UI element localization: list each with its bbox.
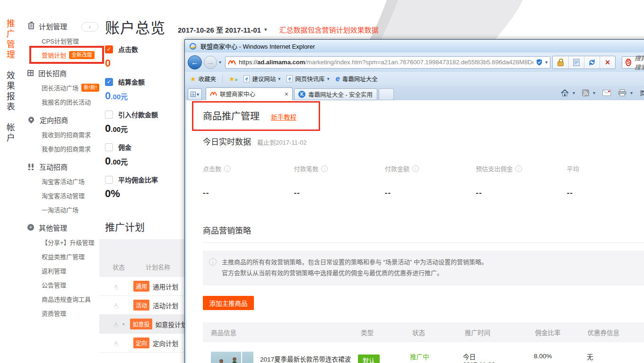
menu-item-received-demands[interactable]: 我收到的招商需求 bbox=[42, 130, 100, 139]
quick-tabs-button[interactable]: ▾ bbox=[188, 88, 202, 100]
checkbox-intro-payment[interactable] bbox=[105, 111, 113, 119]
column-status: 状态 bbox=[412, 328, 465, 337]
read-mail-button[interactable] bbox=[602, 90, 611, 96]
stat-commission: 佣金 0.00元 bbox=[105, 142, 158, 167]
print-button[interactable]: ▾ bbox=[618, 89, 633, 96]
menu-item-rebate-manage[interactable]: 返利管理 bbox=[42, 266, 100, 275]
tab-duba-sites[interactable]: K 毒霸网址大全 - 安全实用... bbox=[294, 88, 377, 100]
page-menu-button[interactable]: 页面 bbox=[640, 88, 644, 97]
table-row[interactable]: ☝ 活动 活动计划 bbox=[99, 296, 187, 315]
menu-item-share-upgrade[interactable]: 【分享+】升级管理 bbox=[42, 238, 100, 247]
product-image[interactable]: -NATURAL- bbox=[211, 352, 253, 363]
stat-orders: 付款笔数i -- bbox=[294, 164, 384, 198]
stat-value: 0% bbox=[105, 188, 158, 200]
today-deadline: 截止到2017-11-02 bbox=[257, 138, 307, 147]
plan-name[interactable]: 如意投计划 bbox=[156, 320, 188, 329]
lock-button[interactable] bbox=[553, 56, 568, 69]
window-titlebar[interactable]: 联盟商家中心 - Windows Internet Explorer bbox=[185, 40, 644, 52]
menu-group-interactive: 互动招商 淘宝客活动广场 淘宝客活动管理 一淘活动广场 bbox=[27, 161, 100, 214]
menu-item-league-joined[interactable]: 我报名的团长活动 bbox=[42, 97, 100, 106]
menu-item-etao-plaza[interactable]: 一淘活动广场 bbox=[42, 205, 100, 214]
menu-collapse-button[interactable]: ‹ bbox=[81, 22, 98, 32]
web-slices-button[interactable]: e 网页快讯库 ▾ bbox=[287, 74, 330, 83]
refresh-button[interactable] bbox=[584, 56, 600, 69]
suggested-sites-button[interactable]: e 建议网站 ▾ bbox=[244, 74, 280, 83]
table-row[interactable]: ☝ 定向 定向计划 bbox=[99, 334, 187, 353]
table-row[interactable]: ☝ 通用 通用计划 bbox=[99, 277, 187, 296]
stat-intro-payment: 引入付款金额 0.00元 bbox=[105, 110, 158, 135]
product-title[interactable]: 2017夏季最新长款吊带连衣裙波 西米亚风格海边度假长裙沙滩裙 bbox=[260, 354, 351, 363]
menu-item-cps[interactable]: CPS计划管理 bbox=[42, 36, 100, 45]
checkbox-settlement[interactable]: ✓ bbox=[105, 78, 113, 86]
plan-name[interactable]: 通用计划 bbox=[153, 282, 178, 291]
menu-item-label: 营销计划 bbox=[42, 51, 66, 60]
url-dropdown-icon[interactable]: ▾ bbox=[545, 60, 548, 65]
today-data-header: 今日实时数据 截止到2017-11-02 bbox=[203, 135, 644, 147]
commission-rate: 8.00% bbox=[534, 353, 552, 360]
table-row[interactable]: ☝ ▾ 如意投 如意投计划 bbox=[99, 315, 187, 334]
back-button[interactable]: ← bbox=[188, 55, 202, 69]
info-line-2: 官方会默认从当前有效的营销策略中选择最优的佣金与最优质的优惠券进行推广。 bbox=[222, 268, 487, 278]
tab-union-merchant-center[interactable]: 联盟商家中心 × bbox=[206, 87, 293, 100]
menu-item-rights-manage[interactable]: 权益类推广管理 bbox=[42, 252, 100, 261]
home-button[interactable]: ▾ bbox=[561, 89, 575, 96]
menu-head-targeted[interactable]: 定向招商 bbox=[27, 114, 100, 125]
forward-button[interactable]: → bbox=[204, 56, 217, 69]
add-favorite-icon[interactable]: ★ bbox=[229, 75, 237, 83]
menu-head-league[interactable]: 团长招商 bbox=[27, 68, 100, 78]
info-icon[interactable]: i bbox=[515, 165, 522, 172]
info-icon[interactable]: i bbox=[412, 165, 419, 172]
menu-head-label: 团长招商 bbox=[38, 68, 67, 78]
menu-item-taoke-plaza[interactable]: 淘宝客活动广场 bbox=[42, 177, 100, 186]
feeds-button[interactable]: ▾ bbox=[582, 89, 595, 96]
grid-icon bbox=[27, 70, 34, 76]
address-bar[interactable]: https://ad.alimama.com/marketing/index.h… bbox=[225, 56, 550, 69]
history-dropdown-icon[interactable]: ▾ bbox=[219, 60, 221, 65]
favorites-bar: ★ 收藏夹 ★ e 建议网站 ▾ e 网页快讯库 ▾ e 毒霸网址大全 bbox=[185, 72, 644, 86]
clipboard-icon bbox=[28, 23, 34, 29]
sogou-icon: S bbox=[626, 59, 631, 66]
plan-name[interactable]: 定向计划 bbox=[153, 338, 178, 348]
tutorial-link[interactable]: 新手教程 bbox=[271, 112, 296, 121]
stat-value: -- bbox=[385, 188, 476, 198]
address-buttons: × bbox=[552, 56, 616, 69]
search-box[interactable]: S 搜狗搜索 bbox=[622, 56, 644, 69]
menu-item-violation-tool[interactable]: 商品违规查询工具 bbox=[42, 294, 100, 303]
new-tab-stub[interactable] bbox=[379, 88, 394, 100]
rail-item-reports[interactable]: 效果报表 bbox=[5, 71, 14, 112]
favorite-label: 毒霸网址大全 bbox=[342, 74, 378, 83]
menu-item-league-plaza[interactable]: 团长活动广场 新!新! bbox=[42, 83, 100, 92]
stat-avg-rate: 平均佣金比率 0% bbox=[105, 175, 158, 200]
strategy-type-badge: 默认 bbox=[358, 354, 380, 363]
menu-head-other[interactable]: 其他管理 bbox=[27, 222, 100, 233]
stat-payment: 付款金额i -- bbox=[385, 164, 476, 198]
stat-value: 0 bbox=[105, 57, 158, 69]
menu-item-qualification[interactable]: 资质管理 bbox=[42, 309, 100, 318]
stop-button[interactable]: × bbox=[600, 56, 615, 69]
menu-head-interactive[interactable]: 互动招商 bbox=[27, 161, 100, 172]
menu-item-announcement[interactable]: 公告管理 bbox=[42, 280, 100, 289]
checkbox-commission[interactable] bbox=[105, 143, 113, 151]
duba-sites-button[interactable]: e 毒霸网址大全 bbox=[336, 74, 378, 83]
checkbox-avg-rate[interactable] bbox=[105, 176, 113, 184]
rail-item-account[interactable]: 帐户 bbox=[5, 123, 14, 144]
menu-item-marketing-plan[interactable]: 营销计划 全新改版 bbox=[42, 51, 100, 60]
menu-item-joined-demands[interactable]: 我参加的招商需求 bbox=[42, 144, 100, 153]
menu-item-label: CPS计划管理 bbox=[42, 36, 79, 45]
checkbox-clicks[interactable]: ✓ bbox=[105, 45, 113, 53]
compatibility-button[interactable] bbox=[568, 56, 584, 69]
url-text[interactable]: https://ad.alimama.com/marketing/index.h… bbox=[239, 59, 533, 66]
menu-item-label: 公告管理 bbox=[42, 280, 66, 289]
close-icon[interactable]: × bbox=[285, 91, 288, 97]
date-range-selector[interactable]: 2017-10-26 至 2017-11-01 ▾ bbox=[178, 25, 267, 37]
info-icon[interactable]: i bbox=[321, 165, 328, 172]
strategy-info-box: i 主推商品的所有有效营销策略，包含日常设置的策略和参与 “场景活动” 中为活动… bbox=[203, 251, 644, 285]
info-icon[interactable]: i bbox=[224, 165, 231, 172]
stat-clicks: ✓ 点击数 0 bbox=[105, 44, 158, 69]
favorites-button[interactable]: ★ 收藏夹 bbox=[190, 74, 216, 83]
plan-name[interactable]: 活动计划 bbox=[153, 301, 178, 310]
stat-average: 平均 -- bbox=[567, 164, 644, 198]
rail-item-promotion[interactable]: 推广管理 bbox=[5, 19, 14, 60]
menu-item-taoke-manage[interactable]: 淘宝客活动管理 bbox=[42, 191, 100, 200]
add-main-product-button[interactable]: 添加主推商品 bbox=[203, 296, 254, 310]
